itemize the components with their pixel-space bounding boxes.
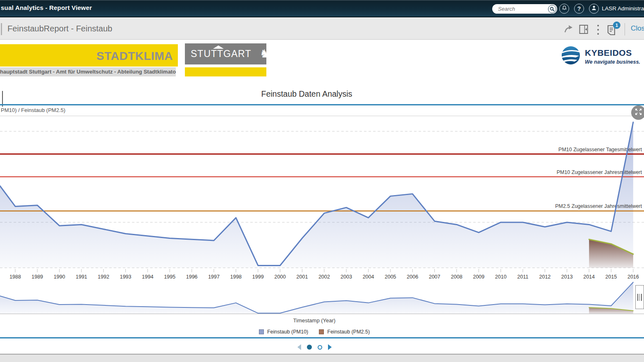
expand-arrows-icon: [635, 108, 642, 117]
kybeidos-name: KYBEIDOS: [585, 48, 640, 58]
kybeidos-logo: KYBEIDOS We navigate business.: [561, 45, 644, 69]
visual-analytics-report-viewer: { "topbar": { "app_title": "sual Analyti…: [0, 0, 644, 362]
question-mark-icon: ?: [577, 5, 581, 12]
page-navigation: [0, 343, 629, 351]
stuttgart-horse-icon: ♞: [260, 48, 270, 60]
svg-text:2012: 2012: [539, 274, 551, 280]
svg-text:2005: 2005: [385, 274, 396, 280]
chart-title: Feinstaub Daten Analysis: [0, 89, 613, 99]
legend-item-pm25[interactable]: Feinstaub (PM2.5): [319, 329, 370, 335]
svg-text:1989: 1989: [31, 274, 43, 280]
svg-text:PM10 Zugelassener Tagesmittelw: PM10 Zugelassener Tagesmittelwert: [558, 147, 642, 152]
svg-text:1992: 1992: [98, 274, 109, 280]
stadtklima-label: STADTKLIMA: [96, 50, 173, 63]
svg-text:2007: 2007: [429, 274, 441, 280]
page-dot-inactive[interactable]: [318, 345, 322, 350]
stuttgart-wordmark: STUTTGART: [191, 48, 251, 60]
svg-text:1988: 1988: [10, 274, 21, 280]
comments-document-icon: [606, 30, 616, 37]
panel-top-border: [0, 104, 644, 105]
department-strip: hauptstadt Stuttgart - Amt für Umweltsch…: [0, 67, 176, 76]
svg-text:2008: 2008: [451, 274, 462, 280]
kebab-dot: [597, 29, 599, 31]
kybeidos-globe-icon: [561, 45, 581, 69]
svg-text:1998: 1998: [230, 274, 242, 280]
avatar-icon: [591, 5, 597, 12]
kebab-dot: [597, 25, 599, 26]
svg-text:1995: 1995: [164, 274, 175, 280]
kebab-dot: [597, 33, 599, 35]
main-chart[interactable]: PM10 Zugelassener TagesmittelwertPM10 Zu…: [0, 117, 644, 280]
legend-label: Feinstaub (PM2.5): [327, 329, 370, 335]
svg-text:1997: 1997: [208, 274, 220, 280]
search-input[interactable]: [497, 5, 544, 12]
svg-text:2002: 2002: [318, 274, 330, 280]
svg-text:2001: 2001: [297, 274, 308, 280]
overview-chart[interactable]: [0, 281, 644, 317]
stuttgart-yellow-strip: [185, 67, 266, 76]
svg-text:2010: 2010: [495, 274, 507, 280]
svg-text:1994: 1994: [142, 274, 153, 280]
footer-bar: [0, 355, 644, 362]
help-button[interactable]: ?: [574, 4, 584, 14]
report-title: FeinstaubReport - Feinstaub: [7, 24, 112, 33]
svg-text:2006: 2006: [407, 274, 418, 280]
legend-label: Feinstaub (PM10): [267, 329, 308, 335]
svg-text:1999: 1999: [252, 274, 264, 280]
svg-text:2009: 2009: [473, 274, 484, 280]
kybeidos-text: KYBEIDOS We navigate business.: [585, 45, 640, 69]
panel-toggle-button[interactable]: [579, 24, 588, 34]
chart-legend: Feinstaub (PM10) Feinstaub (PM2.5): [0, 329, 629, 335]
grip-line: [639, 294, 640, 301]
svg-text:1991: 1991: [76, 274, 87, 280]
subtitle-divider: [0, 116, 644, 116]
kebab-menu-button[interactable]: [596, 25, 601, 35]
svg-text:2003: 2003: [340, 274, 352, 280]
stuttgart-logo: STUTTGART ♞: [185, 43, 266, 64]
legend-item-pm10[interactable]: Feinstaub (PM10): [259, 329, 308, 335]
svg-text:2015: 2015: [606, 274, 617, 280]
svg-text:PM10 Zugelassener Jahresmittel: PM10 Zugelassener Jahresmittelwert: [557, 169, 642, 175]
svg-text:2016: 2016: [627, 274, 639, 280]
xaxis-title: Timestamp (Year): [0, 317, 629, 324]
grip-line: [641, 294, 642, 301]
grip-line: [637, 294, 638, 301]
next-page-arrow-icon[interactable]: [328, 344, 332, 350]
page-dot-active[interactable]: [307, 345, 312, 350]
search-icon[interactable]: [548, 5, 556, 13]
svg-text:2004: 2004: [363, 274, 374, 280]
bell-icon: [562, 5, 567, 12]
toolbar-left-divider: [1, 23, 2, 35]
comments-badge: 1: [613, 21, 620, 29]
svg-text:1993: 1993: [120, 274, 132, 280]
pm10-swatch: [259, 329, 264, 334]
app-header: sual Analytics - Report Viewer ? LASR Ad…: [0, 0, 644, 17]
svg-text:2013: 2013: [561, 274, 573, 280]
close-button[interactable]: Clos: [631, 24, 644, 33]
range-slider-handle[interactable]: [635, 285, 644, 309]
share-button[interactable]: [563, 24, 573, 34]
search-box[interactable]: [492, 4, 557, 14]
stuttgart-roof-icon: [213, 45, 224, 49]
kybeidos-tagline: We navigate business.: [585, 59, 640, 65]
svg-text:PM2.5 Zugelassener Jahresmitte: PM2.5 Zugelassener Jahresmittelwert: [555, 203, 642, 209]
stadtklima-banner: STADTKLIMA: [0, 44, 178, 67]
chart-subtitle: PM10) / Feinstaub (PM2.5): [1, 107, 65, 113]
svg-text:2014: 2014: [583, 274, 595, 280]
svg-text:2000: 2000: [274, 274, 286, 280]
panel-icon: [579, 29, 588, 36]
user-menu-button[interactable]: [589, 4, 599, 14]
toolbar-divider: [625, 23, 625, 36]
svg-text:2011: 2011: [517, 274, 529, 280]
panel-bottom-border: [0, 337, 644, 338]
notifications-button[interactable]: [559, 4, 569, 14]
app-title: sual Analytics - Report Viewer: [1, 4, 92, 11]
share-arrow-icon: [563, 28, 573, 35]
pm25-swatch: [319, 329, 324, 334]
username-label: LASR Administrato: [602, 5, 644, 12]
svg-text:1990: 1990: [54, 274, 65, 280]
svg-text:1996: 1996: [186, 274, 198, 280]
previous-page-arrow-icon[interactable]: [297, 344, 301, 350]
